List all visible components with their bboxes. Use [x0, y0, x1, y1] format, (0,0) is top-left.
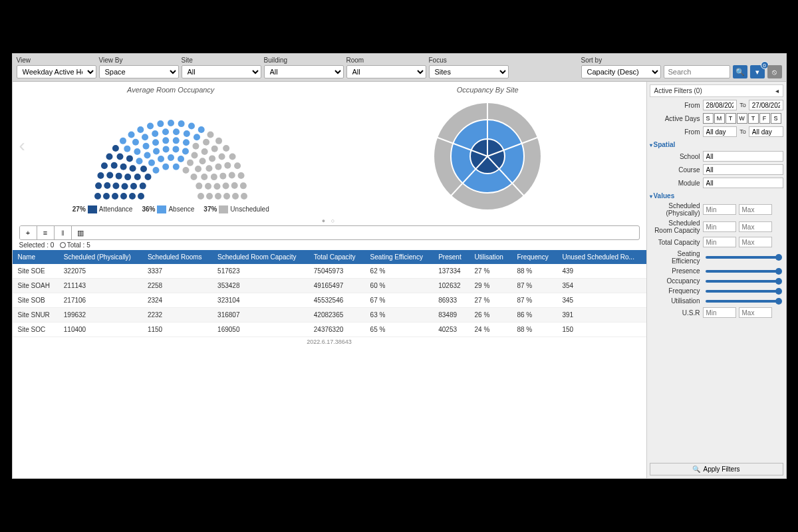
site-select[interactable]: All	[182, 65, 261, 78]
table-header[interactable]: Scheduled Room Capacity	[212, 250, 309, 264]
list-view-button[interactable]: ≡	[37, 226, 55, 239]
filter-button[interactable]: ▾ 0	[750, 65, 765, 78]
svg-point-39	[153, 148, 160, 154]
table-header[interactable]: Seating Efficiency	[365, 250, 434, 264]
table-cell: 24 %	[469, 323, 512, 337]
table-header[interactable]: Total Capacity	[309, 250, 365, 264]
table-row[interactable]: Site SOE32207533375176237504597362 %1373…	[13, 264, 646, 279]
date-to-input[interactable]	[749, 100, 783, 110]
total-cap-min[interactable]	[703, 237, 736, 247]
svg-point-38	[142, 134, 148, 140]
module-input[interactable]	[703, 178, 783, 188]
date-from-input[interactable]	[703, 100, 737, 110]
chart-view-button[interactable]: ▥	[72, 226, 89, 239]
app-window: View Weekday Active Hours View By Space …	[12, 53, 787, 479]
table-cell: 27 %	[469, 293, 512, 308]
chevron-left-icon[interactable]: ‹	[19, 135, 25, 156]
svg-point-1	[129, 193, 136, 200]
svg-point-47	[162, 137, 169, 144]
table-header[interactable]: Present	[433, 250, 469, 264]
hemicycle-svg	[71, 96, 271, 203]
usr-min[interactable]	[703, 307, 736, 318]
svg-point-51	[173, 128, 180, 135]
svg-point-75	[223, 145, 229, 152]
table-cell: 87 %	[511, 293, 557, 308]
list-icon: ≡	[43, 229, 47, 237]
table-header[interactable]: Scheduled (Physically)	[59, 250, 142, 264]
svg-point-17	[110, 162, 117, 169]
data-table: NameScheduled (Physically)Scheduled Room…	[13, 250, 646, 337]
day-button[interactable]: T	[748, 113, 759, 124]
occupancy-slider[interactable]	[706, 280, 781, 283]
time-to-input[interactable]	[749, 126, 783, 137]
room-select[interactable]: All	[346, 65, 426, 78]
reset-button[interactable]: ⦸	[767, 65, 782, 78]
active-filters-box[interactable]: Active Filters (0)◂	[650, 84, 783, 97]
svg-point-9	[121, 183, 128, 190]
add-button[interactable]: +	[20, 226, 37, 239]
table-cell: 87 %	[511, 279, 557, 293]
table-row[interactable]: Site SOB21710623243231044553254667 %8693…	[13, 293, 646, 308]
table-row[interactable]: Site SOC11040011501690502437632065 %4025…	[13, 323, 646, 337]
svg-point-32	[128, 131, 134, 138]
school-input[interactable]	[703, 151, 783, 162]
table-cell: 26 %	[469, 308, 512, 323]
svg-point-16	[101, 162, 108, 169]
sched-phys-max[interactable]	[739, 204, 772, 215]
table-header[interactable]: Scheduled Rooms	[142, 250, 212, 264]
values-section[interactable]: Values	[650, 192, 783, 200]
avg-chart-title: Average Room Occupancy	[127, 86, 214, 94]
column-view-button[interactable]: ⦀	[55, 226, 72, 239]
sched-phys-min[interactable]	[703, 204, 736, 215]
course-input[interactable]	[703, 164, 783, 175]
seat-eff-slider[interactable]	[706, 256, 781, 259]
sortby-select[interactable]: Capacity (Desc)	[581, 65, 661, 78]
table-cell: Site SOE	[13, 264, 59, 279]
day-button[interactable]: W	[737, 113, 747, 124]
search-button[interactable]: 🔍	[733, 65, 747, 78]
table-cell: 316807	[212, 308, 309, 323]
chart-pagination[interactable]: ● ○	[13, 217, 646, 224]
table-row[interactable]: Site SNUR19963222323168074208236563 %834…	[13, 308, 646, 323]
svg-point-34	[148, 160, 155, 166]
occupancy-by-site-chart: Occupancy By Site	[336, 86, 640, 216]
time-from-input[interactable]	[703, 126, 737, 137]
spatial-section[interactable]: Spatial	[650, 141, 783, 148]
presence-slider[interactable]	[706, 270, 781, 273]
focus-select[interactable]: Sites	[429, 65, 509, 78]
svg-point-45	[157, 120, 164, 127]
usr-max[interactable]	[739, 307, 772, 318]
view-select[interactable]: Weekday Active Hours	[17, 65, 96, 78]
table-cell: 62 %	[365, 264, 434, 279]
table-header[interactable]: Unused Scheduled Ro...	[557, 250, 646, 264]
sortby-label: Sort by	[581, 57, 661, 64]
table-row[interactable]: Site SOAH21114322583534284916549760 %102…	[13, 279, 646, 293]
utilisation-slider[interactable]	[706, 300, 781, 303]
svg-point-57	[178, 156, 184, 162]
svg-point-90	[213, 183, 220, 190]
table-header[interactable]: Utilisation	[469, 250, 512, 264]
svg-point-55	[173, 164, 180, 170]
day-button[interactable]: F	[759, 113, 770, 124]
table-header[interactable]: Name	[13, 250, 59, 264]
svg-point-23	[144, 174, 151, 180]
sched-cap-max[interactable]	[739, 221, 772, 232]
total-cap-max[interactable]	[739, 237, 772, 247]
table-cell: Site SOC	[13, 323, 59, 337]
apply-filters-button[interactable]: 🔍 Apply Filters	[650, 463, 783, 475]
day-button[interactable]: M	[714, 113, 725, 124]
frequency-slider[interactable]	[706, 290, 781, 293]
svg-point-33	[152, 167, 159, 174]
building-select[interactable]: All	[264, 65, 344, 78]
table-cell: 65 %	[365, 323, 434, 337]
hemicycle-legend: 27%Attendance36%Absence37%Unscheduled	[72, 205, 269, 213]
day-button[interactable]: S	[703, 113, 714, 124]
day-button[interactable]: T	[726, 113, 736, 124]
day-button[interactable]: S	[771, 113, 781, 124]
svg-point-13	[139, 183, 146, 190]
viewby-select[interactable]: Space	[99, 65, 179, 78]
table-header[interactable]: Frequency	[511, 250, 557, 264]
search-input[interactable]	[664, 65, 730, 78]
sched-cap-min[interactable]	[703, 221, 736, 232]
globe-icon	[60, 242, 66, 248]
